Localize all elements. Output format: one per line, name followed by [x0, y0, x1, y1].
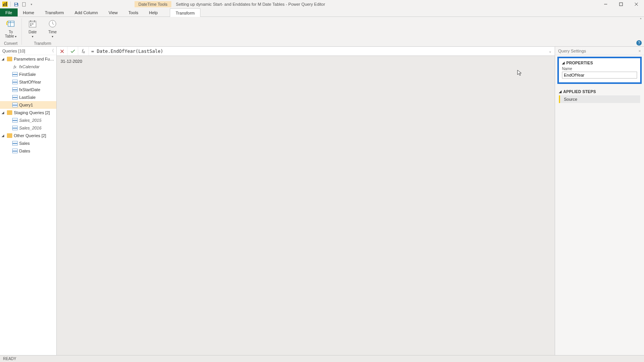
queries-header: Queries [10] 〈 [0, 47, 56, 55]
maximize-icon [619, 2, 623, 6]
folder-icon [7, 57, 12, 61]
ribbon-group-convert-label: Convert [4, 41, 17, 46]
applied-steps-section: ◢ APPLIED STEPS Source [555, 87, 644, 105]
queries-collapse-button[interactable]: 〈 [50, 48, 54, 54]
formula-input[interactable] [89, 49, 545, 54]
query-item[interactable]: fxStartDate [0, 86, 56, 93]
tab-view[interactable]: View [103, 8, 123, 16]
properties-section: ◢ PROPERTIES Name [557, 57, 642, 84]
calendar-icon [27, 18, 38, 29]
applied-step[interactable]: Source [559, 95, 640, 103]
svg-rect-0 [15, 3, 17, 4]
query-label: FirstSale [19, 72, 36, 77]
table-icon [12, 126, 18, 130]
tab-add-column[interactable]: Add Column [69, 8, 104, 16]
main-area: Queries [10] 〈 ◢Parameters and Fu…fxfxCa… [0, 47, 644, 355]
tab-file[interactable]: File [0, 8, 18, 16]
close-button[interactable] [629, 0, 644, 8]
applied-steps-title[interactable]: ◢ APPLIED STEPS [559, 89, 640, 94]
titlebar: ▾ DateTime Tools Setting up dynamic Star… [0, 0, 644, 8]
properties-section-title[interactable]: ◢ PROPERTIES [562, 61, 637, 65]
ribbon-group-transform-label: Transform [34, 41, 51, 46]
query-settings-pane: Query Settings × ◢ PROPERTIES Name ◢ APP… [555, 47, 644, 355]
queries-group[interactable]: ◢Parameters and Fu… [0, 55, 56, 63]
query-label: fxStartDate [19, 87, 40, 92]
query-item[interactable]: Query1 [0, 101, 56, 109]
query-item[interactable]: Sales_2016 [0, 124, 56, 132]
group-label: Parameters and Fu… [14, 57, 54, 61]
save-icon [14, 2, 19, 7]
tab-help[interactable]: Help [144, 8, 163, 16]
window-title: Setting up dynamic Start- and Enddates f… [176, 2, 325, 7]
formula-cancel-button[interactable] [57, 47, 67, 56]
powerbi-icon [2, 2, 8, 7]
queries-group[interactable]: ◢Staging Queries [2] [0, 109, 56, 116]
queries-header-label: Queries [10] [2, 49, 25, 53]
query-item[interactable]: Sales [0, 139, 56, 147]
table-icon [12, 72, 18, 77]
date-button[interactable]: Date▾ [24, 18, 41, 39]
folder-icon [7, 110, 12, 115]
time-label: Time▾ [48, 30, 57, 39]
app-icon[interactable] [2, 1, 8, 8]
date-label: Date▾ [28, 30, 36, 39]
formula-expand-button[interactable]: ⌄ [545, 49, 555, 53]
svg-marker-10 [6, 24, 8, 25]
clock-icon [47, 18, 58, 29]
query-item[interactable]: fxfxCalendar [0, 63, 56, 70]
caret-down-icon: ◢ [2, 111, 5, 115]
mouse-cursor-icon [517, 70, 523, 76]
table-icon [12, 118, 18, 123]
to-table-button[interactable]: To Table ▾ [2, 18, 19, 39]
minimize-button[interactable] [598, 0, 613, 8]
query-label: fxCalendar [19, 64, 39, 69]
qat-extra-button[interactable] [20, 1, 27, 8]
maximize-button[interactable] [613, 0, 629, 8]
query-item[interactable]: LastSale [0, 93, 56, 101]
query-item[interactable]: Dates [0, 147, 56, 155]
query-settings-close-button[interactable]: × [639, 49, 641, 53]
svg-rect-7 [8, 21, 14, 26]
queries-tree[interactable]: ◢Parameters and Fu…fxfxCalendarFirstSale… [0, 55, 56, 355]
query-settings-header: Query Settings × [555, 47, 644, 55]
group-label: Staging Queries [2] [14, 110, 50, 115]
caret-down-icon: ◢ [2, 57, 5, 61]
tab-tools[interactable]: Tools [123, 8, 144, 16]
queries-pane: Queries [10] 〈 ◢Parameters and Fu…fxfxCa… [0, 47, 57, 355]
minimize-icon [604, 2, 608, 6]
query-label: Sales [19, 141, 30, 146]
ribbon-help-button[interactable]: ? [636, 40, 642, 46]
fx-icon: fx [12, 64, 18, 69]
fx-icon: fx [82, 48, 85, 54]
formula-fx-label: fx [78, 47, 89, 56]
name-field-label: Name [562, 67, 637, 71]
query-item[interactable]: StartOfYear [0, 78, 56, 86]
query-name-input[interactable] [562, 72, 637, 79]
save-button[interactable] [13, 1, 20, 8]
query-item[interactable]: Sales_2015 [0, 116, 56, 124]
query-item[interactable]: FirstSale [0, 70, 56, 78]
time-button[interactable]: Time▾ [44, 18, 61, 39]
qat-dropdown[interactable]: ▾ [28, 1, 35, 8]
query-label: LastSale [19, 95, 36, 100]
ribbon-group-transform: Date▾ Time▾ Transform [22, 17, 63, 46]
document-icon [21, 2, 26, 7]
tab-home[interactable]: Home [18, 8, 39, 16]
check-icon [71, 49, 75, 53]
content-area: fx ⌄ 31-12-2020 [57, 47, 555, 355]
table-icon [12, 80, 18, 84]
ribbon-collapse-button[interactable]: ˄ [640, 18, 642, 22]
query-label: Sales_2015 [19, 118, 41, 123]
formula-confirm-button[interactable] [67, 47, 78, 56]
query-label: Sales_2016 [19, 126, 41, 130]
tab-transform-context[interactable]: Transform [170, 8, 200, 17]
status-bar: READY [0, 355, 644, 362]
tab-transform[interactable]: Transform [39, 8, 69, 16]
queries-group[interactable]: ◢Other Queries [2] [0, 132, 56, 139]
table-icon [12, 95, 18, 100]
quick-access-toolbar: ▾ [0, 1, 35, 8]
svg-rect-16 [32, 23, 33, 25]
svg-rect-1 [15, 5, 18, 6]
close-icon [634, 2, 638, 6]
svg-rect-12 [29, 21, 36, 23]
